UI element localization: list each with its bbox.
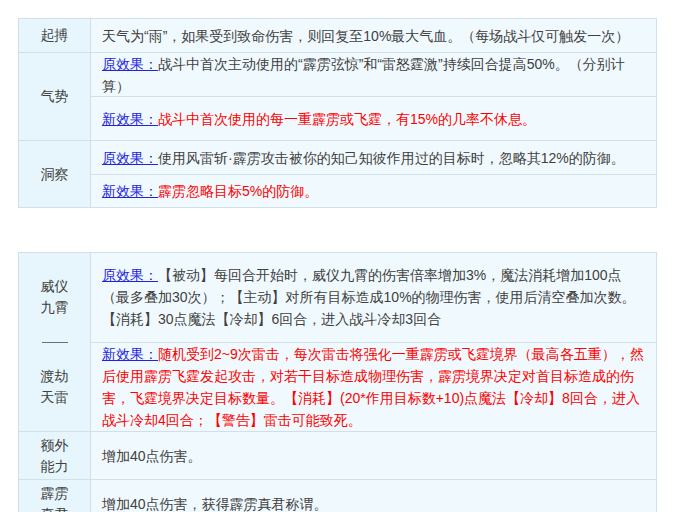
page: 起搏 天气为“雨”，如果受到致命伤害，则回复至10%最大气血。（每场战斗仅可触发… — [0, 0, 690, 512]
effect-text: 原效果：战斗中首次主动使用的“霹雳弦惊”和“雷怒霆激”持续回合提高50%。（分别… — [102, 53, 644, 97]
table-row: 气势 原效果：战斗中首次主动使用的“霹雳弦惊”和“雷怒霆激”持续回合提高50%。… — [19, 52, 656, 140]
original-effect-cell: 原效果：战斗中首次主动使用的“霹雳弦惊”和“雷怒霆激”持续回合提高50%。（分别… — [91, 53, 656, 96]
effect-body: 天气为“雨”，如果受到致命伤害，则回复至10%最大气血。（每场战斗仅可触发一次） — [102, 28, 629, 44]
skill-name-cell: 起搏 — [19, 19, 91, 52]
new-effect-prefix: 新效果： — [102, 183, 158, 199]
effect-cell: 增加40点伤害。 — [91, 432, 656, 479]
new-effect-prefix: 新效果： — [102, 111, 158, 127]
effect-text: 天气为“雨”，如果受到致命伤害，则回复至10%最大气血。（每场战斗仅可触发一次） — [102, 25, 644, 47]
skill-name-label: 渡劫 天雷 — [37, 343, 73, 432]
new-effect-cell: 新效果：战斗中首次使用的每一重霹雳或飞霆，有15%的几率不休息。 — [91, 96, 656, 140]
effect-cells: 原效果：【被动】每回合开始时，威仪九霄的伤害倍率增加3%，魔法消耗增加100点（… — [91, 253, 656, 431]
skill-name-cell: 气势 — [19, 53, 91, 140]
effect-cells: 原效果：使用风雷斩·霹雳攻击被你的知己知彼作用过的目标时，忽略其12%的防御。 … — [91, 141, 656, 207]
original-effect-prefix: 原效果： — [102, 56, 158, 72]
effect-body: 【被动】每回合开始时，威仪九霄的伤害倍率增加3%，魔法消耗增加100点（最多叠加… — [102, 267, 636, 327]
effect-body: 增加40点伤害，获得霹雳真君称谓。 — [102, 496, 328, 512]
effect-body: 使用风雷斩·霹雳攻击被你的知己知彼作用过的目标时，忽略其12%的防御。 — [158, 150, 625, 166]
original-effect-prefix: 原效果： — [102, 267, 158, 283]
effect-cells: 增加40点伤害。 — [91, 432, 656, 479]
skill-name-cell: 额外 能力 — [19, 432, 91, 479]
skill-name-label: 威仪 九霄 — [37, 253, 73, 342]
original-effect-cell: 原效果：使用风雷斩·霹雳攻击被你的知己知彼作用过的目标时，忽略其12%的防御。 — [91, 141, 656, 174]
effect-cells: 原效果：战斗中首次主动使用的“霹雳弦惊”和“雷怒霆激”持续回合提高50%。（分别… — [91, 53, 656, 140]
effect-text: 原效果：【被动】每回合开始时，威仪九霄的伤害倍率增加3%，魔法消耗增加100点（… — [102, 264, 644, 330]
effect-body: 战斗中首次主动使用的“霹雳弦惊”和“雷怒霆激”持续回合提高50%。（分别计算） — [102, 56, 625, 94]
new-effect-cell: 新效果：霹雳忽略目标5%的防御。 — [91, 174, 656, 207]
table-row: 洞察 原效果：使用风雷斩·霹雳攻击被你的知己知彼作用过的目标时，忽略其12%的防… — [19, 140, 656, 207]
table-row: 霹雳 真君 增加40点伤害，获得霹雳真君称谓。 — [19, 479, 656, 512]
skill-name-label: 额外 能力 — [37, 432, 73, 479]
effect-text: 新效果：战斗中首次使用的每一重霹雳或飞霆，有15%的几率不休息。 — [102, 108, 644, 130]
new-effect-cell: 新效果：随机受到2~9次雷击，每次雷击将强化一重霹雳或飞霆境界（最高各五重），然… — [91, 342, 656, 432]
new-effect-prefix: 新效果： — [102, 346, 158, 362]
skill-name-label: 起搏 — [37, 19, 73, 52]
skill-name-label: 霹雳 真君 — [37, 480, 73, 512]
effect-text: 增加40点伤害，获得霹雳真君称谓。 — [102, 493, 644, 512]
original-effect-prefix: 原效果： — [102, 150, 158, 166]
effect-cell: 天气为“雨”，如果受到致命伤害，则回复至10%最大气血。（每场战斗仅可触发一次） — [91, 19, 656, 52]
effect-body: 战斗中首次使用的每一重霹雳或飞霆，有15%的几率不休息。 — [158, 111, 536, 127]
effect-text: 新效果：霹雳忽略目标5%的防御。 — [102, 180, 644, 202]
skill-table-basic: 起搏 天气为“雨”，如果受到致命伤害，则回复至10%最大气血。（每场战斗仅可触发… — [18, 18, 657, 208]
effect-text: 新效果：随机受到2~9次雷击，每次雷击将强化一重霹雳或飞霆境界（最高各五重），然… — [102, 343, 644, 431]
skill-name-label: 气势 — [37, 53, 73, 140]
effect-cell: 增加40点伤害，获得霹雳真君称谓。 — [91, 480, 656, 512]
effect-body: 随机受到2~9次雷击，每次雷击将强化一重霹雳或飞霆境界（最高各五重），然后使用霹… — [102, 346, 644, 428]
effect-text: 增加40点伤害。 — [102, 445, 644, 467]
effect-text: 原效果：使用风雷斩·霹雳攻击被你的知己知彼作用过的目标时，忽略其12%的防御。 — [102, 147, 644, 169]
original-effect-cell: 原效果：【被动】每回合开始时，威仪九霄的伤害倍率增加3%，魔法消耗增加100点（… — [91, 253, 656, 342]
skill-table-advanced: 威仪 九霄 渡劫 天雷 原效果：【被动】每回合开始时，威仪九霄的伤害倍率增加3%… — [18, 252, 657, 512]
table-row: 额外 能力 增加40点伤害。 — [19, 431, 656, 479]
table-row-group: 威仪 九霄 渡劫 天雷 原效果：【被动】每回合开始时，威仪九霄的伤害倍率增加3%… — [19, 253, 656, 431]
skill-name-cell: 霹雳 真君 — [19, 480, 91, 512]
skill-name-cell: 威仪 九霄 渡劫 天雷 — [19, 253, 91, 431]
skill-name-label: 洞察 — [37, 141, 73, 207]
effect-cells: 天气为“雨”，如果受到致命伤害，则回复至10%最大气血。（每场战斗仅可触发一次） — [91, 19, 656, 52]
skill-name-cell: 洞察 — [19, 141, 91, 207]
effect-cells: 增加40点伤害，获得霹雳真君称谓。 — [91, 480, 656, 512]
table-row: 起搏 天气为“雨”，如果受到致命伤害，则回复至10%最大气血。（每场战斗仅可触发… — [19, 19, 656, 52]
effect-body: 增加40点伤害。 — [102, 448, 202, 464]
effect-body: 霹雳忽略目标5%的防御。 — [158, 183, 318, 199]
